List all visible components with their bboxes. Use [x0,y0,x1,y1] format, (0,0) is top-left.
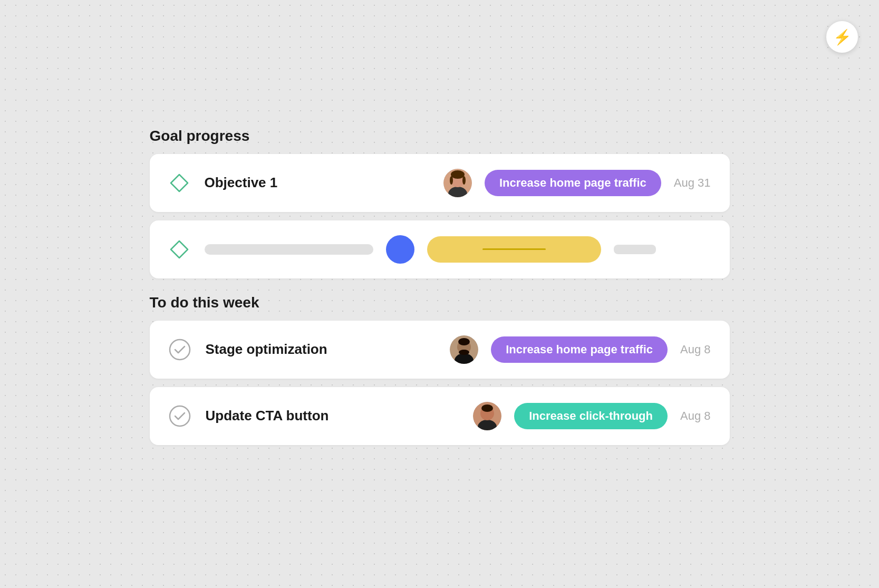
lightning-icon: ⚡ [833,28,852,46]
svg-point-18 [481,404,493,412]
objective-1-date: Aug 31 [674,176,711,190]
task-1-tag[interactable]: Increase home page traffic [491,336,668,363]
skeleton-tag-line [482,248,546,250]
svg-point-12 [458,338,470,345]
svg-point-4 [451,170,465,179]
svg-point-8 [170,340,190,360]
svg-point-13 [459,350,469,355]
svg-point-6 [462,176,466,185]
objective-2-skeleton-tag [427,236,601,263]
todo-title: To do this week [150,294,730,311]
goal-progress-title: Goal progress [150,128,730,144]
svg-marker-7 [171,241,188,258]
todo-section: To do this week Stage optimization [150,294,730,445]
task-1-card[interactable]: Stage optimization Increase home page tr… [150,321,730,379]
diamond-icon [169,172,190,194]
objective-1-card[interactable]: Objective 1 Increase home p [150,154,730,212]
avatar-man2 [473,402,501,430]
task-2-date: Aug 8 [680,409,711,423]
objective-1-title: Objective 1 [205,175,437,191]
page-container: Goal progress Objective 1 [150,128,730,461]
checkmark-icon-2 [169,405,191,427]
avatar-man1 [450,335,478,364]
objective-2-card[interactable] [150,220,730,278]
diamond-icon-2 [169,239,190,260]
task-1-date: Aug 8 [680,343,711,356]
flash-button[interactable]: ⚡ [826,21,858,53]
svg-marker-0 [171,175,188,191]
task-2-card[interactable]: Update CTA button Increase click-through… [150,387,730,445]
avatar-blue-circle [386,235,414,264]
objective-2-skeleton-text [205,244,373,255]
avatar-woman [443,169,472,197]
objective-2-skeleton-date [614,245,656,254]
goal-progress-section: Goal progress Objective 1 [150,128,730,278]
task-1-title: Stage optimization [206,341,444,358]
svg-point-5 [450,176,453,185]
task-2-title: Update CTA button [206,408,467,424]
svg-point-14 [170,406,190,426]
task-2-tag[interactable]: Increase click-through [514,403,668,429]
checkmark-icon-1 [169,339,191,361]
objective-1-tag[interactable]: Increase home page traffic [485,170,661,196]
